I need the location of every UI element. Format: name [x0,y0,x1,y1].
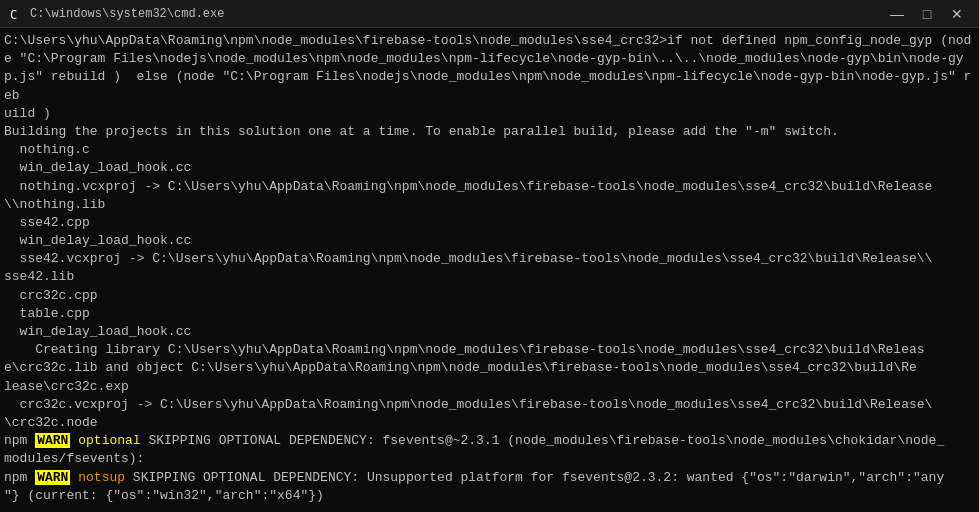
line-7: win_delay_load_hook.cc [4,232,975,250]
line-14: npm WARN optional SKIPPING OPTIONAL DEPE… [4,432,975,468]
line-2: Building the projects in this solution o… [4,123,975,141]
window-controls: — □ ✕ [883,3,971,25]
close-button[interactable]: ✕ [943,3,971,25]
title-bar-left: C C:\windows\system32\cmd.exe [8,6,224,22]
line-3: nothing.c [4,141,975,159]
title-bar: C C:\windows\system32\cmd.exe — □ ✕ [0,0,979,28]
line-1: C:\Users\yhu\AppData\Roaming\npm\node_mo… [4,32,975,123]
warn-label-optional: WARN [35,433,70,448]
cmd-icon: C [8,6,24,22]
line-blank [4,505,975,512]
line-5: nothing.vcxproj -> C:\Users\yhu\AppData\… [4,178,975,214]
line-12: Creating library C:\Users\yhu\AppData\Ro… [4,341,975,396]
warn-label-notsup: WARN [35,470,70,485]
maximize-button[interactable]: □ [913,3,941,25]
minimize-button[interactable]: — [883,3,911,25]
terminal-window: C:\Users\yhu\AppData\Roaming\npm\node_mo… [0,28,979,512]
line-15: npm WARN notsup SKIPPING OPTIONAL DEPEND… [4,469,975,505]
line-13: crc32c.vcxproj -> C:\Users\yhu\AppData\R… [4,396,975,432]
line-4: win_delay_load_hook.cc [4,159,975,177]
window-title: C:\windows\system32\cmd.exe [30,7,224,21]
line-11: win_delay_load_hook.cc [4,323,975,341]
line-10: table.cpp [4,305,975,323]
line-8: sse42.vcxproj -> C:\Users\yhu\AppData\Ro… [4,250,975,286]
line-9: crc32c.cpp [4,287,975,305]
line-6: sse42.cpp [4,214,975,232]
svg-text:C: C [10,8,17,22]
